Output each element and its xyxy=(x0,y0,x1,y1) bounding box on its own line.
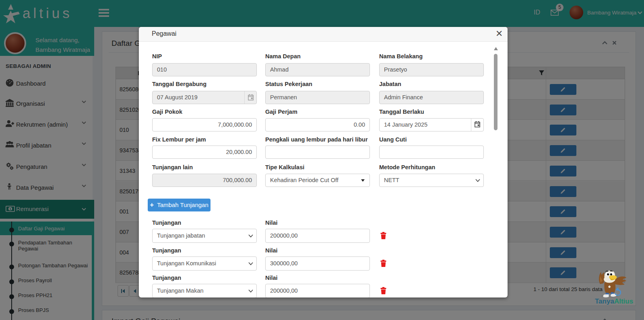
svg-text:TanyaAltius: TanyaAltius xyxy=(595,297,633,305)
